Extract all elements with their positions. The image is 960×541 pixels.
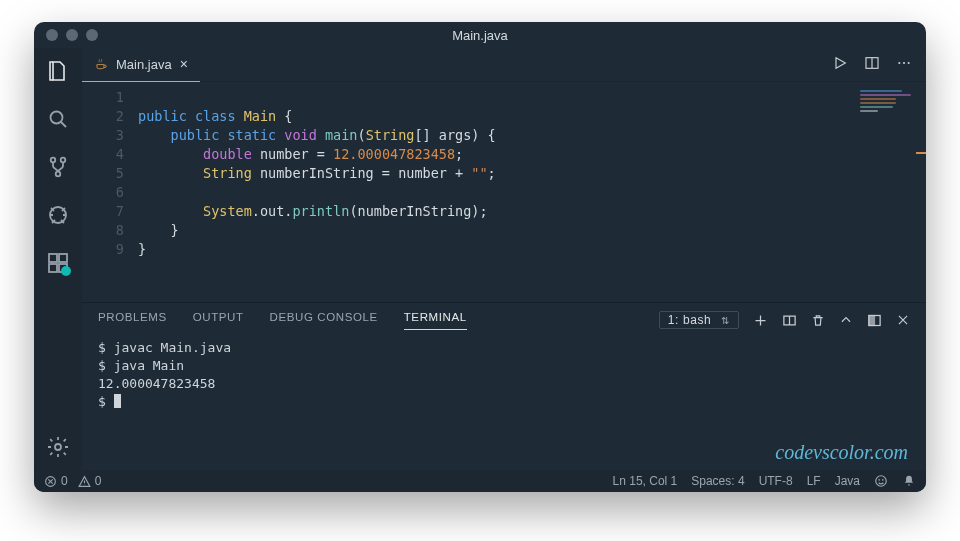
svg-rect-7 bbox=[49, 264, 57, 272]
titlebar: Main.java bbox=[34, 22, 926, 48]
window-body: Main.java × 123456789 public class Main … bbox=[34, 48, 926, 470]
editor-actions bbox=[832, 55, 926, 75]
kill-terminal-icon[interactable] bbox=[811, 313, 825, 328]
tab-terminal[interactable]: TERMINAL bbox=[404, 311, 467, 330]
more-actions-icon[interactable] bbox=[896, 55, 912, 75]
svg-point-12 bbox=[903, 61, 905, 63]
status-eol[interactable]: LF bbox=[807, 474, 821, 488]
svg-rect-16 bbox=[869, 315, 875, 325]
terminal-selector-label: 1: bash bbox=[668, 313, 712, 327]
status-warnings[interactable]: 0 bbox=[78, 474, 102, 488]
svg-point-20 bbox=[882, 480, 883, 481]
svg-point-3 bbox=[56, 172, 61, 177]
feedback-smiley-icon[interactable] bbox=[874, 474, 888, 488]
source-control-icon[interactable] bbox=[45, 154, 71, 180]
tab-main-java[interactable]: Main.java × bbox=[82, 48, 200, 82]
svg-point-13 bbox=[908, 61, 910, 63]
tab-label: Main.java bbox=[116, 57, 172, 72]
svg-rect-8 bbox=[59, 264, 67, 272]
minimap[interactable] bbox=[860, 88, 920, 132]
svg-rect-6 bbox=[59, 254, 67, 262]
svg-point-11 bbox=[898, 61, 900, 63]
watermark: codevscolor.com bbox=[775, 441, 908, 464]
scroll-marker bbox=[916, 152, 926, 154]
tab-debug-console[interactable]: DEBUG CONSOLE bbox=[270, 311, 378, 329]
activity-bar bbox=[34, 48, 82, 470]
warning-icon bbox=[78, 475, 91, 488]
explorer-icon[interactable] bbox=[45, 58, 71, 84]
svg-point-2 bbox=[61, 158, 66, 163]
code-content[interactable]: public class Main { public static void m… bbox=[138, 82, 496, 302]
run-icon[interactable] bbox=[832, 55, 848, 75]
close-tab-icon[interactable]: × bbox=[180, 56, 188, 72]
extensions-icon[interactable] bbox=[45, 250, 71, 276]
java-file-icon bbox=[94, 57, 108, 71]
bottom-panel: PROBLEMS OUTPUT DEBUG CONSOLE TERMINAL 1… bbox=[82, 302, 926, 470]
status-cursor-position[interactable]: Ln 15, Col 1 bbox=[613, 474, 678, 488]
tab-output[interactable]: OUTPUT bbox=[193, 311, 244, 329]
status-errors[interactable]: 0 bbox=[44, 474, 68, 488]
svg-point-1 bbox=[51, 158, 56, 163]
svg-rect-5 bbox=[49, 254, 57, 262]
tab-bar: Main.java × bbox=[82, 48, 926, 82]
svg-point-0 bbox=[51, 112, 63, 124]
close-panel-icon[interactable] bbox=[896, 313, 910, 327]
main-area: Main.java × 123456789 public class Main … bbox=[82, 48, 926, 470]
svg-point-9 bbox=[55, 444, 61, 450]
status-bar: 0 0 Ln 15, Col 1 Spaces: 4 UTF-8 LF Java bbox=[34, 470, 926, 492]
terminal-selector[interactable]: 1: bash ⇅ bbox=[659, 311, 739, 329]
maximize-panel-icon[interactable] bbox=[867, 313, 882, 328]
code-editor[interactable]: 123456789 public class Main { public sta… bbox=[82, 82, 926, 302]
editor-window: Main.java bbox=[34, 22, 926, 492]
chevron-updown-icon: ⇅ bbox=[721, 315, 730, 326]
error-icon bbox=[44, 475, 57, 488]
new-terminal-icon[interactable] bbox=[753, 313, 768, 328]
svg-point-19 bbox=[879, 480, 880, 481]
debug-icon[interactable] bbox=[45, 202, 71, 228]
panel-tools: 1: bash ⇅ bbox=[659, 311, 910, 329]
search-icon[interactable] bbox=[45, 106, 71, 132]
line-number-gutter: 123456789 bbox=[82, 82, 138, 302]
status-language[interactable]: Java bbox=[835, 474, 860, 488]
settings-gear-icon[interactable] bbox=[45, 434, 71, 460]
panel-up-icon[interactable] bbox=[839, 313, 853, 327]
status-encoding[interactable]: UTF-8 bbox=[759, 474, 793, 488]
window-title: Main.java bbox=[34, 28, 926, 43]
split-terminal-icon[interactable] bbox=[782, 313, 797, 328]
notifications-bell-icon[interactable] bbox=[902, 474, 916, 488]
panel-tab-bar: PROBLEMS OUTPUT DEBUG CONSOLE TERMINAL 1… bbox=[82, 303, 926, 337]
svg-point-18 bbox=[876, 476, 887, 487]
tab-problems[interactable]: PROBLEMS bbox=[98, 311, 167, 329]
status-indentation[interactable]: Spaces: 4 bbox=[691, 474, 744, 488]
split-editor-icon[interactable] bbox=[864, 55, 880, 75]
